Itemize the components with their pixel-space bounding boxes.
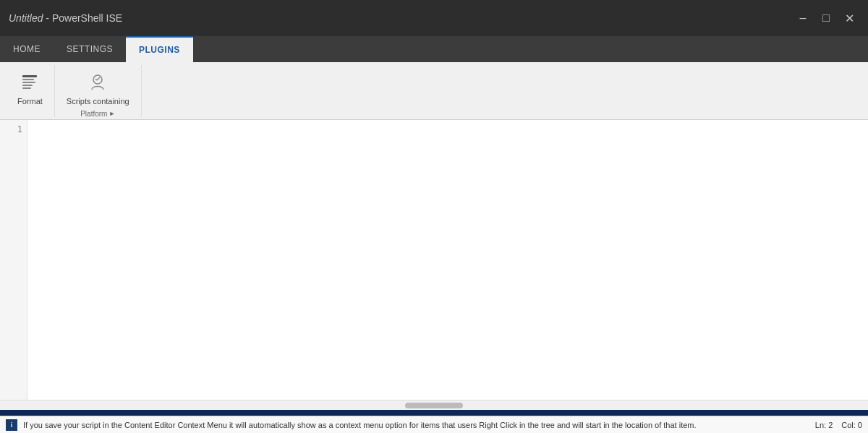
menu-plugins[interactable]: PLUGINS (126, 36, 193, 62)
svg-rect-0 (22, 75, 37, 77)
maximize-button[interactable]: □ (816, 8, 836, 28)
code-editor[interactable] (27, 120, 868, 400)
minimize-button[interactable]: – (793, 8, 813, 28)
format-button[interactable]: Format (12, 68, 48, 108)
menu-home[interactable]: HOME (0, 36, 54, 62)
horizontal-scrollbar[interactable] (0, 400, 868, 410)
console-area: ✕ (0, 410, 868, 416)
platform-label: Platform ► (80, 110, 115, 118)
status-position: Ln: 2 Col: 0 (815, 421, 862, 429)
col-position: Col: 0 (841, 421, 862, 429)
main-content: 1 ✕ (0, 120, 868, 416)
menu-bar: HOME SETTINGS PLUGINS (0, 36, 868, 62)
title-italic: Untitled (9, 12, 43, 24)
editor-area: 1 (0, 120, 868, 400)
format-icon (18, 71, 41, 94)
window-title: Untitled - PowerShell ISE (9, 12, 122, 24)
editor-container: 1 (0, 120, 868, 410)
ribbon-group-format: Format (6, 65, 55, 117)
app-name: - PowerShell ISE (43, 12, 122, 24)
format-label: Format (17, 97, 43, 106)
ribbon-group-scripts: Scripts containing Platform ► (55, 65, 142, 117)
title-bar: Untitled - PowerShell ISE – □ ✕ (0, 0, 868, 36)
ribbon: Format Scripts containing Platform ► (0, 62, 868, 120)
menu-settings[interactable]: SETTINGS (54, 36, 126, 62)
window-controls: – □ ✕ (793, 8, 859, 28)
svg-rect-3 (22, 85, 33, 86)
svg-rect-1 (22, 79, 34, 80)
svg-rect-4 (22, 87, 31, 89)
svg-line-7 (97, 77, 100, 80)
scripts-containing-label: Scripts containing (67, 97, 129, 106)
status-info-icon: i (6, 419, 17, 431)
svg-rect-2 (22, 82, 35, 83)
line-position: Ln: 2 (815, 421, 833, 429)
status-bar: i If you save your script in the Content… (0, 416, 868, 433)
line-numbers: 1 (0, 120, 27, 400)
status-message: If you save your script in the Content E… (23, 421, 809, 429)
line-number-1: 1 (0, 123, 27, 136)
platform-expand-icon: ► (109, 110, 115, 117)
close-button[interactable]: ✕ (839, 8, 859, 28)
scripts-icon (86, 71, 109, 94)
scripts-containing-button[interactable]: Scripts containing (61, 68, 135, 108)
scrollbar-thumb[interactable] (405, 403, 463, 408)
